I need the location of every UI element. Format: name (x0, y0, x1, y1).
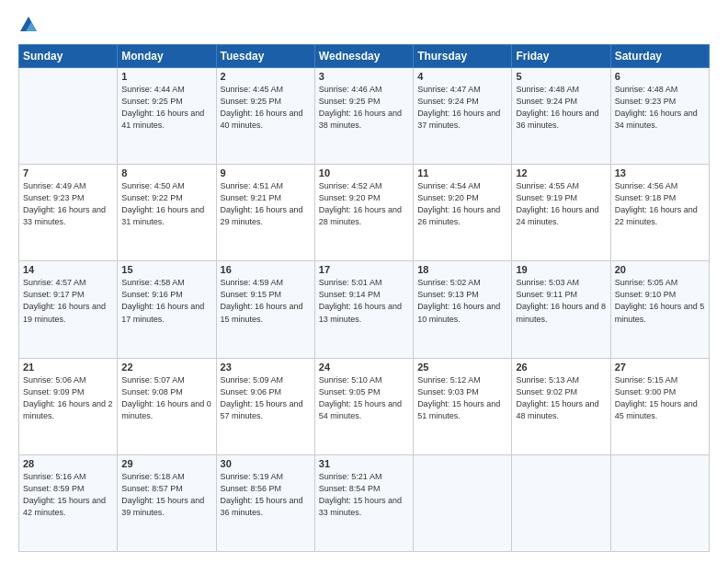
day-cell: 26Sunrise: 5:13 AMSunset: 9:02 PMDayligh… (512, 358, 610, 454)
day-cell: 2Sunrise: 4:45 AMSunset: 9:25 PMDaylight… (216, 68, 314, 165)
day-number: 28 (23, 458, 113, 469)
day-cell: 22Sunrise: 5:07 AMSunset: 9:08 PMDayligh… (118, 358, 216, 454)
day-cell: 23Sunrise: 5:09 AMSunset: 9:06 PMDayligh… (216, 358, 314, 454)
day-info: Sunrise: 5:15 AMSunset: 9:00 PMDaylight:… (615, 374, 705, 422)
day-info: Sunrise: 5:07 AMSunset: 9:08 PMDaylight:… (121, 374, 211, 422)
day-number: 31 (319, 458, 409, 469)
day-cell (414, 454, 512, 551)
day-number: 5 (516, 71, 606, 82)
day-info: Sunrise: 5:12 AMSunset: 9:03 PMDaylight:… (417, 374, 507, 422)
day-number: 24 (319, 362, 409, 373)
day-cell: 9Sunrise: 4:51 AMSunset: 9:21 PMDaylight… (216, 165, 314, 261)
day-cell: 8Sunrise: 4:50 AMSunset: 9:22 PMDaylight… (118, 165, 216, 261)
day-cell: 13Sunrise: 4:56 AMSunset: 9:18 PMDayligh… (610, 165, 709, 261)
day-info: Sunrise: 5:19 AMSunset: 8:56 PMDaylight:… (221, 471, 311, 519)
day-info: Sunrise: 5:16 AMSunset: 8:59 PMDaylight:… (23, 471, 113, 519)
col-header-sunday: Sunday (19, 45, 118, 68)
day-number: 8 (121, 167, 211, 178)
day-info: Sunrise: 5:13 AMSunset: 9:02 PMDaylight:… (516, 374, 606, 422)
day-info: Sunrise: 4:57 AMSunset: 9:17 PMDaylight:… (23, 277, 113, 325)
day-number: 4 (417, 71, 507, 82)
col-header-saturday: Saturday (610, 45, 709, 68)
day-cell: 29Sunrise: 5:18 AMSunset: 8:57 PMDayligh… (118, 454, 216, 551)
day-info: Sunrise: 4:47 AMSunset: 9:24 PMDaylight:… (417, 84, 507, 132)
day-cell: 10Sunrise: 4:52 AMSunset: 9:20 PMDayligh… (314, 165, 413, 261)
logo (18, 15, 42, 35)
day-info: Sunrise: 4:50 AMSunset: 9:22 PMDaylight:… (121, 180, 211, 228)
col-header-friday: Friday (512, 45, 610, 68)
day-number: 15 (121, 264, 211, 275)
day-number: 19 (516, 264, 606, 275)
day-number: 13 (615, 167, 705, 178)
day-cell: 25Sunrise: 5:12 AMSunset: 9:03 PMDayligh… (414, 358, 512, 454)
day-cell: 18Sunrise: 5:02 AMSunset: 9:13 PMDayligh… (414, 261, 512, 358)
day-cell: 1Sunrise: 4:44 AMSunset: 9:25 PMDaylight… (118, 68, 216, 165)
day-cell (512, 454, 610, 551)
week-row-1: 1Sunrise: 4:44 AMSunset: 9:25 PMDaylight… (19, 68, 710, 165)
week-row-4: 21Sunrise: 5:06 AMSunset: 9:09 PMDayligh… (19, 358, 710, 454)
day-cell: 28Sunrise: 5:16 AMSunset: 8:59 PMDayligh… (19, 454, 118, 551)
day-info: Sunrise: 4:51 AMSunset: 9:21 PMDaylight:… (221, 180, 311, 228)
day-cell (19, 68, 118, 165)
day-number: 29 (121, 458, 211, 469)
day-number: 6 (615, 71, 705, 82)
header (18, 15, 710, 35)
day-cell (610, 454, 709, 551)
day-cell: 6Sunrise: 4:48 AMSunset: 9:23 PMDaylight… (610, 68, 709, 165)
day-info: Sunrise: 5:02 AMSunset: 9:13 PMDaylight:… (417, 277, 507, 325)
page: SundayMondayTuesdayWednesdayThursdayFrid… (0, 0, 728, 563)
day-info: Sunrise: 4:59 AMSunset: 9:15 PMDaylight:… (221, 277, 311, 325)
day-number: 21 (23, 362, 113, 373)
col-header-wednesday: Wednesday (314, 45, 413, 68)
day-number: 26 (516, 362, 606, 373)
day-cell: 20Sunrise: 5:05 AMSunset: 9:10 PMDayligh… (610, 261, 709, 358)
day-info: Sunrise: 5:18 AMSunset: 8:57 PMDaylight:… (121, 471, 211, 519)
day-number: 22 (121, 362, 211, 373)
day-cell: 24Sunrise: 5:10 AMSunset: 9:05 PMDayligh… (314, 358, 413, 454)
day-number: 30 (221, 458, 311, 469)
day-cell: 16Sunrise: 4:59 AMSunset: 9:15 PMDayligh… (216, 261, 314, 358)
day-number: 3 (319, 71, 409, 82)
day-info: Sunrise: 4:48 AMSunset: 9:23 PMDaylight:… (615, 84, 705, 132)
day-cell: 11Sunrise: 4:54 AMSunset: 9:20 PMDayligh… (414, 165, 512, 261)
calendar-table: SundayMondayTuesdayWednesdayThursdayFrid… (18, 44, 710, 552)
day-number: 18 (417, 264, 507, 275)
logo-icon (18, 15, 39, 35)
day-info: Sunrise: 5:03 AMSunset: 9:11 PMDaylight:… (516, 277, 606, 325)
week-row-5: 28Sunrise: 5:16 AMSunset: 8:59 PMDayligh… (19, 454, 710, 551)
day-info: Sunrise: 4:44 AMSunset: 9:25 PMDaylight:… (121, 84, 211, 132)
day-info: Sunrise: 4:55 AMSunset: 9:19 PMDaylight:… (516, 180, 606, 228)
day-cell: 30Sunrise: 5:19 AMSunset: 8:56 PMDayligh… (216, 454, 314, 551)
day-number: 25 (417, 362, 507, 373)
day-info: Sunrise: 5:09 AMSunset: 9:06 PMDaylight:… (221, 374, 311, 422)
day-cell: 27Sunrise: 5:15 AMSunset: 9:00 PMDayligh… (610, 358, 709, 454)
day-cell: 19Sunrise: 5:03 AMSunset: 9:11 PMDayligh… (512, 261, 610, 358)
day-cell: 15Sunrise: 4:58 AMSunset: 9:16 PMDayligh… (118, 261, 216, 358)
week-row-2: 7Sunrise: 4:49 AMSunset: 9:23 PMDaylight… (19, 165, 710, 261)
week-row-3: 14Sunrise: 4:57 AMSunset: 9:17 PMDayligh… (19, 261, 710, 358)
day-number: 1 (121, 71, 211, 82)
day-info: Sunrise: 4:46 AMSunset: 9:25 PMDaylight:… (319, 84, 409, 132)
day-cell: 4Sunrise: 4:47 AMSunset: 9:24 PMDaylight… (414, 68, 512, 165)
day-number: 17 (319, 264, 409, 275)
day-cell: 17Sunrise: 5:01 AMSunset: 9:14 PMDayligh… (314, 261, 413, 358)
day-info: Sunrise: 5:21 AMSunset: 8:54 PMDaylight:… (319, 471, 409, 519)
col-header-tuesday: Tuesday (216, 45, 314, 68)
day-info: Sunrise: 4:58 AMSunset: 9:16 PMDaylight:… (121, 277, 211, 325)
day-info: Sunrise: 5:06 AMSunset: 9:09 PMDaylight:… (23, 374, 113, 422)
day-number: 16 (221, 264, 311, 275)
header-row: SundayMondayTuesdayWednesdayThursdayFrid… (19, 45, 710, 68)
day-number: 23 (221, 362, 311, 373)
day-number: 20 (615, 264, 705, 275)
day-info: Sunrise: 4:49 AMSunset: 9:23 PMDaylight:… (23, 180, 113, 228)
day-info: Sunrise: 4:48 AMSunset: 9:24 PMDaylight:… (516, 84, 606, 132)
day-info: Sunrise: 4:56 AMSunset: 9:18 PMDaylight:… (615, 180, 705, 228)
day-number: 11 (417, 167, 507, 178)
day-cell: 14Sunrise: 4:57 AMSunset: 9:17 PMDayligh… (19, 261, 118, 358)
day-info: Sunrise: 5:05 AMSunset: 9:10 PMDaylight:… (615, 277, 705, 325)
day-cell: 12Sunrise: 4:55 AMSunset: 9:19 PMDayligh… (512, 165, 610, 261)
day-info: Sunrise: 5:01 AMSunset: 9:14 PMDaylight:… (319, 277, 409, 325)
col-header-monday: Monday (118, 45, 216, 68)
day-number: 12 (516, 167, 606, 178)
day-number: 27 (615, 362, 705, 373)
